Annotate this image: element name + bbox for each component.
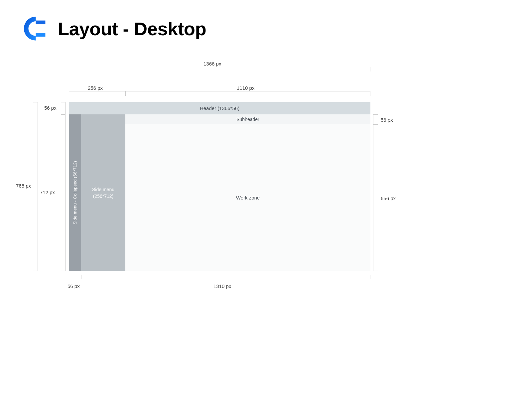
side-menu-region: Side menu (256*712) bbox=[81, 114, 125, 271]
subheader-region: Subheader bbox=[125, 114, 370, 124]
dimension-body-height: 712 px bbox=[40, 190, 55, 195]
bracket-body-height bbox=[61, 114, 66, 271]
dimension-subheader-height: 56 px bbox=[381, 117, 393, 123]
dimension-collapsed-width: 56 px bbox=[67, 283, 80, 289]
header-label: Header (1366*56) bbox=[200, 105, 239, 111]
bracket-side-menu-width bbox=[69, 91, 125, 96]
svg-rect-1 bbox=[36, 33, 46, 37]
bracket-total-width bbox=[69, 67, 370, 71]
bracket-total-height bbox=[33, 102, 38, 271]
bracket-workzone-height bbox=[373, 124, 378, 271]
dimension-expanded-body-width: 1310 px bbox=[213, 283, 231, 289]
dimension-work-area-width: 1110 px bbox=[237, 85, 254, 91]
dimension-workzone-height: 656 px bbox=[381, 196, 396, 201]
bracket-expanded-body-width bbox=[81, 275, 370, 279]
dimension-total-height: 768 px bbox=[16, 183, 31, 189]
header-region: Header (1366*56) bbox=[69, 102, 370, 114]
layout-diagram: Header (1366*56) Side menu - Collapsed (… bbox=[69, 102, 370, 271]
dimension-header-height: 56 px bbox=[44, 105, 57, 111]
side-menu-label-line2: (256*712) bbox=[93, 194, 114, 199]
title-row: Layout - Desktop bbox=[23, 16, 206, 41]
dimension-total-width: 1366 px bbox=[203, 61, 221, 66]
svg-rect-0 bbox=[36, 21, 46, 24]
workzone-label: Work zone bbox=[236, 195, 260, 200]
dimension-side-menu-width: 256 px bbox=[88, 85, 103, 91]
bracket-collapsed-width bbox=[69, 275, 81, 279]
bracket-work-area-width bbox=[125, 91, 370, 96]
bracket-header-height bbox=[61, 102, 66, 114]
brand-logo-icon bbox=[23, 16, 48, 41]
subheader-label: Subheader bbox=[236, 117, 259, 122]
side-collapsed-label: Side menu - Collapsed (56*712) bbox=[72, 161, 77, 224]
workzone-region: Work zone bbox=[125, 124, 370, 271]
side-menu-label-line1: Side menu bbox=[92, 187, 114, 192]
side-menu-collapsed-region: Side menu - Collapsed (56*712) bbox=[69, 114, 81, 271]
page-title: Layout - Desktop bbox=[58, 18, 206, 40]
bracket-subheader-height bbox=[373, 114, 378, 124]
